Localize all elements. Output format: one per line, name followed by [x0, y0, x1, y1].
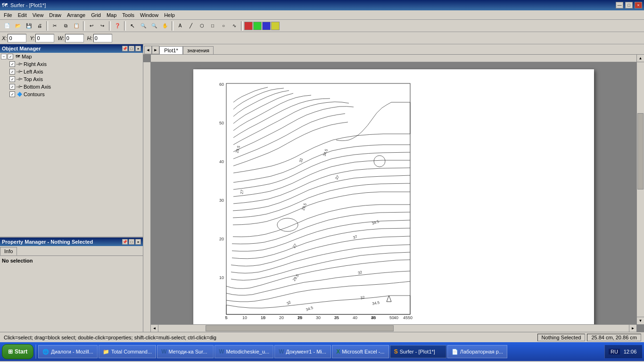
scroll-down-button[interactable]: ▼ — [637, 317, 644, 324]
horizontal-scrollbar[interactable]: ◄ ► — [151, 324, 636, 332]
color4-btn[interactable] — [271, 22, 280, 30]
taskbar-separator — [35, 345, 36, 359]
taskbar-doc1[interactable]: W Документ1 - Mi... — [274, 345, 331, 358]
tree-item-map[interactable]: − ✓ 🗺 Map — [0, 53, 143, 60]
ellipse-tool[interactable]: ○ — [218, 21, 229, 31]
tree-item-contours[interactable]: ✓ 🔷 Contours — [0, 90, 143, 98]
line-tool[interactable]: ╱ — [186, 21, 196, 31]
print-button[interactable]: 🖨 — [34, 21, 45, 31]
menu-help[interactable]: Help — [161, 11, 178, 19]
checkbox-contours[interactable]: ✓ — [9, 91, 15, 97]
help-button[interactable]: ❓ — [112, 21, 123, 31]
menu-file[interactable]: File — [1, 11, 15, 19]
checkbox-rightaxis[interactable]: ✓ — [9, 61, 15, 67]
tab-prev[interactable]: ◄ — [144, 46, 152, 54]
select-tool[interactable]: ↖ — [127, 21, 138, 31]
tab-bar: ◄ ► Plot1* значения — [143, 44, 644, 55]
taskbar-label-word2: Metodicheskie_u... — [226, 349, 269, 354]
scroll-up-button[interactable]: ▲ — [637, 55, 644, 62]
curve-tool[interactable]: ∿ — [229, 21, 239, 31]
restore-button[interactable]: □ — [625, 2, 633, 8]
scroll-right-button[interactable]: ► — [629, 325, 636, 332]
content-area: ◄ ► Plot1* значения — [143, 44, 644, 332]
prop-pin-button[interactable]: 📌 — [122, 239, 128, 245]
lang-indicator[interactable]: RU — [609, 349, 620, 354]
status-bar: Click=select; drag=block select; double-… — [0, 332, 644, 342]
pin-button[interactable]: 📌 — [122, 46, 128, 51]
new-button[interactable]: 📄 — [2, 21, 12, 31]
paste-button[interactable]: 📋 — [71, 21, 82, 31]
color1-btn[interactable] — [244, 22, 253, 30]
menu-map[interactable]: Map — [104, 11, 119, 19]
taskbar-excel[interactable]: X Microsoft Excel -... — [332, 345, 388, 358]
open-button[interactable]: 📂 — [13, 21, 23, 31]
checkbox-map[interactable]: ✓ — [8, 54, 13, 59]
zoom-out-tool[interactable]: 🔍 — [149, 21, 159, 31]
prop-close-button[interactable]: × — [135, 239, 141, 245]
taskbar-dialogi[interactable]: 🌐 Диалоги - Mozill... — [38, 345, 98, 358]
taskbar-label-word3: Документ1 - Mi... — [286, 349, 326, 354]
pan-tool[interactable]: ✋ — [160, 21, 170, 31]
tree-item-topaxis[interactable]: ✓ ⊣⊢ Top Axis — [0, 75, 143, 83]
menu-grid[interactable]: Grid — [88, 11, 104, 19]
cut-button[interactable]: ✂ — [50, 21, 60, 31]
taskbar-total-cmd[interactable]: 📁 Total Command... — [99, 345, 156, 358]
w-input[interactable] — [65, 34, 84, 42]
info-tab[interactable]: Info — [0, 247, 17, 255]
w-label: W: — [58, 35, 64, 41]
menu-window[interactable]: Window — [137, 11, 161, 19]
title-bar: 🗺 Surfer - [Plot1*] — □ × — [0, 0, 644, 10]
menu-edit[interactable]: Edit — [15, 11, 30, 19]
tree-item-bottomaxis[interactable]: ✓ ⊣⊢ Bottom Axis — [0, 83, 143, 90]
menu-draw[interactable]: Draw — [46, 11, 64, 19]
scroll-thumb[interactable] — [637, 113, 644, 189]
topaxis-label: Top Axis — [24, 76, 43, 82]
menu-view[interactable]: View — [30, 11, 47, 19]
zoom-in-tool[interactable]: 🔍 — [138, 21, 149, 31]
menu-arrange[interactable]: Arrange — [64, 11, 88, 19]
scroll-left-button[interactable]: ◄ — [151, 325, 158, 332]
x-input[interactable] — [8, 34, 26, 42]
canvas-area[interactable]: 60 50 40 30 20 10 5 10 15 20 25 30 — [143, 55, 644, 332]
rect-tool[interactable]: □ — [207, 21, 218, 31]
vertical-scrollbar[interactable]: ▲ ▼ — [636, 55, 644, 324]
checkbox-topaxis[interactable]: ✓ — [9, 76, 15, 82]
canvas-content[interactable]: 60 50 40 30 20 10 5 10 15 20 25 30 — [151, 62, 636, 324]
main-area: Object Manager 📌 □ × − ✓ 🗺 Map ✓ ⊣⊢ Righ… — [0, 44, 644, 332]
tab-znacheniya[interactable]: значения — [183, 46, 214, 54]
close-panel-button[interactable]: × — [135, 46, 141, 51]
scroll-track[interactable] — [637, 62, 644, 317]
tab-plot1[interactable]: Plot1* — [159, 46, 183, 54]
prop-float-button[interactable]: □ — [129, 239, 134, 245]
save-button[interactable]: 💾 — [24, 21, 34, 31]
taskbar-metodicheskie[interactable]: W Metodicheskie_u... — [215, 345, 273, 358]
color2-btn[interactable] — [253, 22, 262, 30]
svg-text:10: 10 — [242, 315, 247, 320]
hscroll-track[interactable] — [158, 325, 629, 332]
expand-map[interactable]: − — [1, 54, 7, 59]
undo-button[interactable]: ↩ — [86, 21, 97, 31]
checkbox-leftaxis[interactable]: ✓ — [9, 69, 15, 74]
h-input[interactable] — [93, 34, 112, 42]
y-input[interactable] — [35, 34, 54, 42]
poly-tool[interactable]: ⬡ — [197, 21, 207, 31]
redo-button[interactable]: ↪ — [97, 21, 107, 31]
tree-item-rightaxis[interactable]: ✓ ⊣⊢ Right Axis — [0, 60, 143, 68]
start-button[interactable]: ⊞ Start — [2, 344, 33, 359]
taskbar-icon-surfer: S — [394, 348, 398, 355]
menu-tools[interactable]: Tools — [119, 11, 137, 19]
checkbox-bottomaxis[interactable]: ✓ — [9, 84, 15, 90]
copy-button[interactable]: ⧉ — [60, 21, 71, 31]
minimize-button[interactable]: — — [616, 2, 623, 8]
close-button[interactable]: × — [635, 2, 642, 8]
float-button[interactable]: □ — [129, 46, 134, 51]
tab-next[interactable]: ► — [152, 46, 159, 54]
tree-item-leftaxis[interactable]: ✓ ⊣⊢ Left Axis — [0, 68, 143, 75]
hscroll-thumb[interactable] — [206, 325, 394, 331]
taskbar-surfer[interactable]: S Surfer - [Plot1*] — [390, 345, 446, 358]
taskbar-metodika-sur[interactable]: W Методи-ка Sur... — [157, 345, 214, 358]
taskbar-lab[interactable]: 📄 Лабораторная р... — [447, 345, 507, 358]
taskbar-icon-excel: X — [336, 348, 340, 355]
text-tool[interactable]: A — [175, 21, 185, 31]
color3-btn[interactable] — [262, 22, 271, 30]
